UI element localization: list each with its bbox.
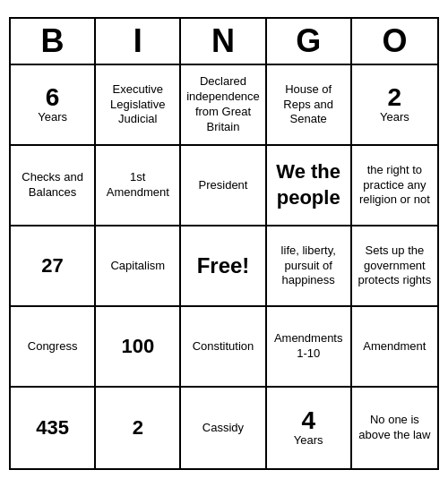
cell-o4: Amendment xyxy=(352,307,437,388)
cell-text-n1: Declared independence from Great Britain xyxy=(185,74,261,135)
cell-b3: 27 xyxy=(11,226,96,307)
sub-text-b1: Years xyxy=(38,110,67,125)
big-number-b5: 435 xyxy=(36,415,69,441)
big-number-g5: 4 xyxy=(301,408,315,433)
cell-text-g2: We the people xyxy=(271,159,347,210)
cell-inner-o1: 2Years xyxy=(380,85,409,125)
bingo-header: BINGO xyxy=(11,19,437,65)
big-number-i5: 2 xyxy=(133,415,143,441)
cell-n5: Cassidy xyxy=(181,388,266,468)
cell-inner-g5: 4Years xyxy=(294,408,323,449)
header-letter-n: N xyxy=(181,19,266,64)
cell-n2: President xyxy=(181,146,266,226)
cell-b2: Checks and Balances xyxy=(11,146,96,226)
cell-o1: 2Years xyxy=(352,65,437,146)
cell-g4: Amendments 1-10 xyxy=(267,307,352,388)
cell-text-g3: life, liberty, pursuit of happiness xyxy=(271,244,347,289)
cell-i2: 1st Amendment xyxy=(96,146,181,226)
cell-g5: 4Years xyxy=(267,388,352,468)
cell-text-g4: Amendments 1-10 xyxy=(271,331,347,362)
cell-text-b2: Checks and Balances xyxy=(14,170,90,201)
big-number-b3: 27 xyxy=(41,253,63,279)
cell-text-n2: President xyxy=(199,178,248,193)
cell-text-g1: House of Reps and Senate xyxy=(271,82,347,128)
sub-text-o1: Years xyxy=(380,110,409,125)
cell-n3: Free! xyxy=(181,226,266,307)
cell-text-i2: 1st Amendment xyxy=(99,170,176,201)
big-number-o1: 2 xyxy=(388,85,402,110)
cell-b4: Congress xyxy=(11,307,96,388)
cell-text-i3: Capitalism xyxy=(110,259,165,274)
cell-g2: We the people xyxy=(267,146,352,226)
cell-text-b4: Congress xyxy=(28,339,78,355)
free-text-n3: Free! xyxy=(197,252,250,279)
cell-b1: 6Years xyxy=(11,65,96,146)
cell-g1: House of Reps and Senate xyxy=(267,65,352,146)
bingo-card: BINGO 6YearsExecutive Legislative Judici… xyxy=(9,17,439,470)
cell-i5: 2 xyxy=(96,388,181,468)
cell-text-o5: No one is above the law xyxy=(356,413,434,443)
cell-o5: No one is above the law xyxy=(352,388,437,468)
cell-inner-b1: 6Years xyxy=(38,85,67,125)
cell-text-n5: Cassidy xyxy=(202,421,244,436)
header-letter-i: I xyxy=(96,19,181,64)
cell-o3: Sets up the government protects rights xyxy=(352,226,437,307)
cell-n4: Constitution xyxy=(181,307,266,388)
cell-n1: Declared independence from Great Britain xyxy=(181,65,266,146)
cell-text-o4: Amendment xyxy=(363,339,426,355)
cell-text-o3: Sets up the government protects rights xyxy=(356,244,434,289)
cell-g3: life, liberty, pursuit of happiness xyxy=(267,226,352,307)
sub-text-g5: Years xyxy=(294,433,323,449)
cell-i3: Capitalism xyxy=(96,226,181,307)
cell-text-i1: Executive Legislative Judicial xyxy=(99,82,176,128)
cell-b5: 435 xyxy=(11,388,96,468)
cell-text-o2: the right to practice any religion or no… xyxy=(356,163,434,209)
big-number-b1: 6 xyxy=(46,85,60,110)
header-letter-b: B xyxy=(11,19,96,64)
bingo-grid: 6YearsExecutive Legislative JudicialDecl… xyxy=(11,65,437,468)
big-number-i4: 100 xyxy=(121,334,154,360)
cell-i1: Executive Legislative Judicial xyxy=(96,65,181,146)
header-letter-o: O xyxy=(352,19,437,64)
header-letter-g: G xyxy=(267,19,352,64)
cell-i4: 100 xyxy=(96,307,181,388)
cell-o2: the right to practice any religion or no… xyxy=(352,146,437,226)
cell-text-n4: Constitution xyxy=(193,339,254,355)
